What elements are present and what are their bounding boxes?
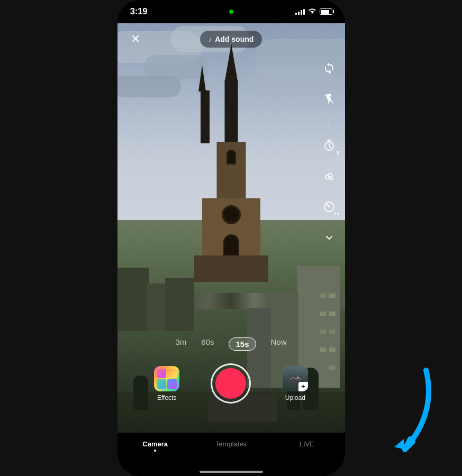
upload-label: Upload	[285, 394, 305, 401]
signal-bars	[295, 8, 305, 15]
add-sound-button[interactable]: ♪ Add sound	[200, 31, 262, 48]
flip-icon	[323, 62, 336, 75]
timer-number: 3	[336, 150, 339, 155]
effects-button[interactable]: Effects	[154, 366, 179, 401]
more-button[interactable]	[319, 227, 340, 248]
music-note-icon: ♪	[209, 35, 212, 43]
phone-frame: 3:19	[117, 0, 345, 476]
right-controls: 3 1x	[319, 58, 340, 248]
nav-item-templates[interactable]: Templates	[215, 440, 247, 448]
nav-label-live: LIVE	[300, 440, 314, 448]
beauty-button[interactable]	[319, 166, 340, 187]
svg-point-8	[296, 376, 299, 379]
home-indicator	[200, 471, 263, 473]
svg-rect-7	[290, 376, 301, 383]
status-time: 3:19	[130, 6, 148, 17]
nav-active-dot	[154, 450, 156, 452]
top-controls: ✕ ♪ Add sound	[117, 30, 345, 49]
nav-item-camera[interactable]: Camera	[139, 440, 171, 452]
duration-15s[interactable]: 15s	[229, 337, 256, 351]
upload-button[interactable]: + Upload	[283, 366, 308, 401]
bottom-nav: Camera Templates LIVE	[117, 433, 345, 476]
speed-icon	[323, 200, 336, 213]
status-dot	[229, 10, 233, 14]
status-icons	[295, 7, 332, 16]
battery-icon	[320, 8, 332, 15]
record-button[interactable]	[211, 363, 251, 404]
upload-plus-icon: +	[298, 382, 308, 391]
divider	[329, 117, 329, 127]
effects-icon	[154, 366, 179, 391]
duration-bar: 3m 60s 15s Now	[117, 337, 345, 351]
timer-icon	[323, 139, 336, 152]
flash-button[interactable]	[319, 88, 340, 109]
speed-label: 1x	[334, 211, 339, 216]
duration-now[interactable]: Now	[271, 337, 287, 351]
nav-label-templates: Templates	[215, 440, 247, 448]
duration-3m[interactable]: 3m	[175, 337, 186, 351]
wifi-icon	[308, 7, 316, 16]
timer-button[interactable]: 3	[319, 135, 340, 156]
effects-label: Effects	[157, 394, 176, 401]
speed-button[interactable]: 1x	[319, 196, 340, 217]
arrow-annotation	[331, 349, 447, 465]
camera-viewfinder: ✕ ♪ Add sound	[117, 23, 345, 433]
record-inner	[215, 368, 246, 399]
beauty-icon	[323, 170, 335, 182]
flash-icon	[323, 93, 335, 105]
close-button[interactable]: ✕	[126, 30, 145, 49]
chevron-down-icon	[323, 231, 336, 244]
church	[194, 44, 268, 413]
close-icon: ✕	[131, 33, 140, 45]
cloud-6	[117, 76, 181, 97]
flip-camera-button[interactable]	[319, 58, 340, 79]
upload-icon: +	[283, 366, 308, 391]
nav-item-live[interactable]: LIVE	[291, 440, 323, 448]
bottom-controls: Effects	[117, 363, 345, 404]
duration-60s[interactable]: 60s	[201, 337, 214, 351]
svg-point-6	[328, 206, 330, 208]
nav-label-camera: Camera	[142, 440, 168, 448]
status-bar: 3:19	[117, 0, 345, 23]
